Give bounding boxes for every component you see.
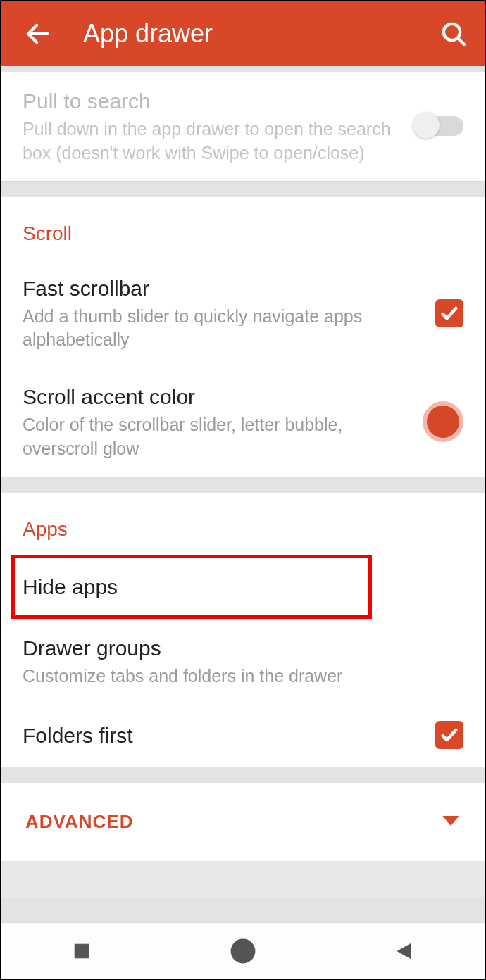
nav-back-button[interactable] xyxy=(383,930,425,972)
settings-list[interactable]: Pull to search Pull down in the app draw… xyxy=(1,66,485,922)
chevron-down-icon xyxy=(441,811,461,833)
setting-texts: Hide apps xyxy=(23,573,463,601)
divider xyxy=(1,477,485,493)
checkmark-icon xyxy=(440,725,459,745)
card-pull-to-search: Pull to search Pull down in the app draw… xyxy=(1,72,485,182)
setting-folders-first[interactable]: Folders first xyxy=(1,703,485,767)
screen: App drawer Pull to search Pull down in t… xyxy=(0,0,486,980)
folders-first-checkbox[interactable] xyxy=(435,721,463,749)
divider xyxy=(1,182,485,197)
setting-title: Hide apps xyxy=(23,573,449,601)
search-icon xyxy=(440,20,468,48)
setting-title: Drawer groups xyxy=(23,634,449,662)
page-title: App drawer xyxy=(83,19,437,49)
card-scroll: Scroll Fast scrollbar Add a thumb slider… xyxy=(1,197,485,477)
svg-marker-3 xyxy=(442,816,459,826)
setting-title: Pull to search xyxy=(23,87,400,115)
fast-scrollbar-checkbox[interactable] xyxy=(435,299,463,327)
nav-recent-button[interactable] xyxy=(61,930,103,972)
pull-to-search-switch[interactable] xyxy=(414,116,463,136)
arrow-back-icon xyxy=(23,19,53,49)
blank-area xyxy=(1,861,485,898)
setting-texts: Fast scrollbar Add a thumb slider to qui… xyxy=(23,275,435,353)
setting-texts: Pull to search Pull down in the app draw… xyxy=(23,87,414,165)
setting-fast-scrollbar[interactable]: Fast scrollbar Add a thumb slider to qui… xyxy=(1,259,485,368)
setting-hide-apps[interactable]: Hide apps xyxy=(1,555,485,619)
setting-texts: Drawer groups Customize tabs and folders… xyxy=(23,634,463,689)
app-bar: App drawer xyxy=(1,1,485,66)
setting-texts: Folders first xyxy=(23,722,435,749)
setting-drawer-groups[interactable]: Drawer groups Customize tabs and folders… xyxy=(1,619,485,704)
setting-subtitle: Add a thumb slider to quickly navigate a… xyxy=(23,305,421,353)
svg-marker-7 xyxy=(397,943,411,958)
section-header-scroll: Scroll xyxy=(1,197,485,259)
divider xyxy=(1,767,485,783)
search-button[interactable] xyxy=(437,17,471,51)
card-apps: Apps Hide apps Drawer groups Customize t… xyxy=(1,493,485,768)
svg-line-2 xyxy=(459,39,464,44)
triangle-back-icon xyxy=(394,941,414,961)
setting-subtitle: Pull down in the app drawer to open the … xyxy=(23,118,400,165)
setting-title: Fast scrollbar xyxy=(23,275,421,302)
section-header-apps: Apps xyxy=(1,493,485,555)
nav-home-button[interactable] xyxy=(222,930,264,972)
advanced-label: ADVANCED xyxy=(25,811,441,833)
checkmark-icon xyxy=(440,303,459,323)
setting-title: Folders first xyxy=(23,722,421,749)
setting-scroll-accent-color[interactable]: Scroll accent color Color of the scrollb… xyxy=(1,367,485,477)
setting-subtitle: Color of the scrollbar slider, letter bu… xyxy=(23,413,409,461)
svg-point-6 xyxy=(236,944,249,957)
square-icon xyxy=(73,942,91,960)
setting-texts: Scroll accent color Color of the scrollb… xyxy=(23,383,423,461)
accent-color-swatch[interactable] xyxy=(423,401,463,442)
back-button[interactable] xyxy=(21,17,55,51)
setting-subtitle: Customize tabs and folders in the drawer xyxy=(23,665,449,689)
setting-pull-to-search[interactable]: Pull to search Pull down in the app draw… xyxy=(1,72,485,181)
system-nav-bar xyxy=(1,922,485,979)
circle-icon xyxy=(230,938,256,965)
expand-advanced[interactable]: ADVANCED xyxy=(1,783,485,861)
setting-title: Scroll accent color xyxy=(23,383,409,410)
svg-rect-4 xyxy=(75,944,89,958)
